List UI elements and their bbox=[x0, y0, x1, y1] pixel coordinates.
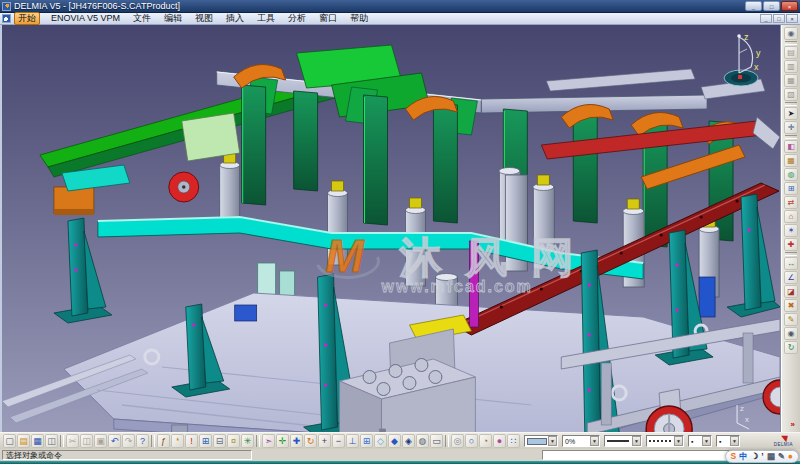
window-maximize-button[interactable]: □ bbox=[763, 1, 780, 11]
point-symbol-combo[interactable]: ▪ ▼ bbox=[688, 435, 712, 447]
mdi-minimize-button[interactable]: _ bbox=[760, 14, 772, 23]
ime-punct-toggle[interactable]: ’ bbox=[761, 452, 763, 461]
menu-file[interactable]: 文件 bbox=[131, 13, 153, 24]
zoom-in-icon[interactable]: + bbox=[318, 434, 331, 448]
paint-properties-icon[interactable]: ◧ bbox=[784, 140, 798, 153]
whats-this-icon[interactable]: ? bbox=[136, 434, 149, 448]
ime-mascot[interactable]: ● bbox=[788, 452, 793, 461]
circle-pattern-icon[interactable]: ○ bbox=[465, 434, 478, 448]
insert-component-icon[interactable]: ⊞ bbox=[784, 182, 798, 195]
replace-component-icon[interactable]: ⇄ bbox=[784, 196, 798, 209]
hide-show-icon[interactable]: ◍ bbox=[416, 434, 429, 448]
manikin-icon[interactable]: ✶ bbox=[784, 224, 798, 237]
menu-help[interactable]: 帮助 bbox=[348, 13, 370, 24]
knowledge-icon[interactable]: ! bbox=[185, 434, 198, 448]
svg-text:x: x bbox=[745, 415, 749, 424]
doc-copy-icon[interactable]: ▧ bbox=[784, 88, 798, 101]
save-doc-icon[interactable]: ▥ bbox=[784, 60, 798, 73]
multi-view-icon[interactable]: ⊞ bbox=[360, 434, 373, 448]
fill-color-combo[interactable]: ▼ bbox=[524, 435, 558, 447]
print-icon[interactable]: ◫ bbox=[45, 434, 58, 448]
model-blue-post[interactable] bbox=[699, 277, 715, 317]
menu-analyze[interactable]: 分析 bbox=[286, 13, 308, 24]
fastener-icon[interactable]: ✚ bbox=[784, 238, 798, 251]
cut-icon[interactable]: ✂ bbox=[66, 434, 79, 448]
iso-view-icon[interactable]: ◇ bbox=[374, 434, 387, 448]
formula-icon[interactable]: ƒ bbox=[157, 434, 170, 448]
product-structure-icon[interactable]: ⌂ bbox=[784, 210, 798, 223]
menu-enovia-v5-vpm[interactable]: ENOVIA V5 VPM bbox=[49, 13, 122, 24]
snap-target-icon[interactable]: ✛ bbox=[784, 121, 798, 134]
measure-tools-icon[interactable]: ◔ bbox=[479, 434, 492, 448]
swap-space-icon[interactable]: ▭ bbox=[430, 434, 443, 448]
svg-text:z: z bbox=[740, 404, 744, 413]
redo-icon[interactable]: ↷ bbox=[122, 434, 135, 448]
annotation-icon[interactable]: ✎ bbox=[784, 313, 798, 326]
doc-props-icon[interactable]: ▦ bbox=[784, 74, 798, 87]
grid-snap-icon[interactable]: ∷ bbox=[507, 434, 520, 448]
measure-item-icon[interactable]: ∠ bbox=[784, 271, 798, 284]
design-table-icon[interactable]: ⊞ bbox=[199, 434, 212, 448]
model-red-disc[interactable] bbox=[169, 172, 199, 202]
command-input[interactable] bbox=[542, 450, 752, 460]
open-folder-icon[interactable]: ▤ bbox=[17, 434, 30, 448]
update-all-icon[interactable]: ✳ bbox=[241, 434, 254, 448]
zoom-out-icon[interactable]: − bbox=[332, 434, 345, 448]
catalog-browser-icon[interactable]: ▦ bbox=[784, 154, 798, 167]
render-mode-combo[interactable]: ▪ ▼ bbox=[716, 435, 740, 447]
mdi-close-button[interactable]: × bbox=[786, 14, 798, 23]
rotate-icon[interactable]: ↻ bbox=[304, 434, 317, 448]
normal-view-icon[interactable]: ⊥ bbox=[346, 434, 359, 448]
app-logo-icon bbox=[2, 2, 11, 11]
render-view-icon[interactable]: ◉ bbox=[784, 27, 798, 40]
paste-icon[interactable]: ▣ bbox=[94, 434, 107, 448]
opacity-combo[interactable]: 0% ▼ bbox=[562, 435, 600, 447]
copy-icon[interactable]: ◫ bbox=[80, 434, 93, 448]
relations-icon[interactable]: ⊟ bbox=[213, 434, 226, 448]
window-close-button[interactable]: × bbox=[781, 1, 798, 11]
menu-start[interactable]: 开始 bbox=[14, 12, 40, 25]
pan-icon[interactable]: ✚ bbox=[290, 434, 303, 448]
measure-between-icon[interactable]: ↔ bbox=[784, 257, 798, 270]
ime-fullhalf-toggle[interactable]: ☽ bbox=[751, 452, 759, 461]
fly-mode-icon[interactable]: ➣ bbox=[262, 434, 275, 448]
undo-icon[interactable]: ↶ bbox=[108, 434, 121, 448]
fit-all-icon[interactable]: ✛ bbox=[276, 434, 289, 448]
menu-tools[interactable]: 工具 bbox=[255, 13, 277, 24]
model-clamp-body[interactable] bbox=[182, 113, 240, 161]
ime-tools[interactable]: ✎ bbox=[778, 452, 785, 461]
material-apply-icon[interactable]: ◍ bbox=[784, 168, 798, 181]
menu-edit[interactable]: 编辑 bbox=[162, 13, 184, 24]
mdi-restore-button[interactable]: □ bbox=[773, 14, 785, 23]
shaded-view-icon[interactable]: ◆ bbox=[388, 434, 401, 448]
3d-viewport[interactable]: M 沐风网 www.mfcad.com z y x bbox=[0, 25, 781, 432]
model-orange-box[interactable] bbox=[54, 187, 94, 215]
toolbar-overflow-indicator[interactable]: » bbox=[791, 420, 795, 429]
open-doc-icon[interactable]: ▤ bbox=[784, 46, 798, 59]
new-doc-icon[interactable]: ▢ bbox=[3, 434, 16, 448]
section-view-icon[interactable]: ◪ bbox=[784, 285, 798, 298]
edges-view-icon[interactable]: ◈ bbox=[402, 434, 415, 448]
save-icon[interactable]: ▦ bbox=[31, 434, 44, 448]
chevron-down-icon: ▼ bbox=[548, 436, 557, 446]
select-arrow-icon[interactable]: ➤ bbox=[784, 107, 798, 120]
chevron-down-icon: ▼ bbox=[702, 436, 711, 446]
capture-icon[interactable]: ◉ bbox=[784, 327, 798, 340]
ime-mode-chinese[interactable]: 中 bbox=[739, 452, 748, 461]
update-icon[interactable]: ↻ bbox=[784, 341, 798, 354]
comment-icon[interactable]: ❛ bbox=[171, 434, 184, 448]
wheel-rotate-icon[interactable]: ◎ bbox=[451, 434, 464, 448]
menu-insert[interactable]: 插入 bbox=[224, 13, 246, 24]
sogou-logo[interactable]: S bbox=[731, 452, 737, 461]
ime-soft-keyboard[interactable]: ▦ bbox=[767, 452, 775, 461]
model-canvas[interactable]: M 沐风网 www.mfcad.com z y x bbox=[2, 25, 780, 432]
menu-window[interactable]: 窗口 bbox=[317, 13, 339, 24]
lock-icon[interactable]: ¤ bbox=[227, 434, 240, 448]
clash-check-icon[interactable]: ✖ bbox=[784, 299, 798, 312]
window-minimize-button[interactable]: _ bbox=[745, 1, 762, 11]
line-weight-combo[interactable]: ▼ bbox=[604, 435, 642, 447]
menu-view[interactable]: 视图 bbox=[193, 13, 215, 24]
model-blue-block[interactable] bbox=[235, 305, 257, 321]
line-type-combo[interactable]: ▼ bbox=[646, 435, 684, 447]
apply-material-icon[interactable]: ● bbox=[493, 434, 506, 448]
